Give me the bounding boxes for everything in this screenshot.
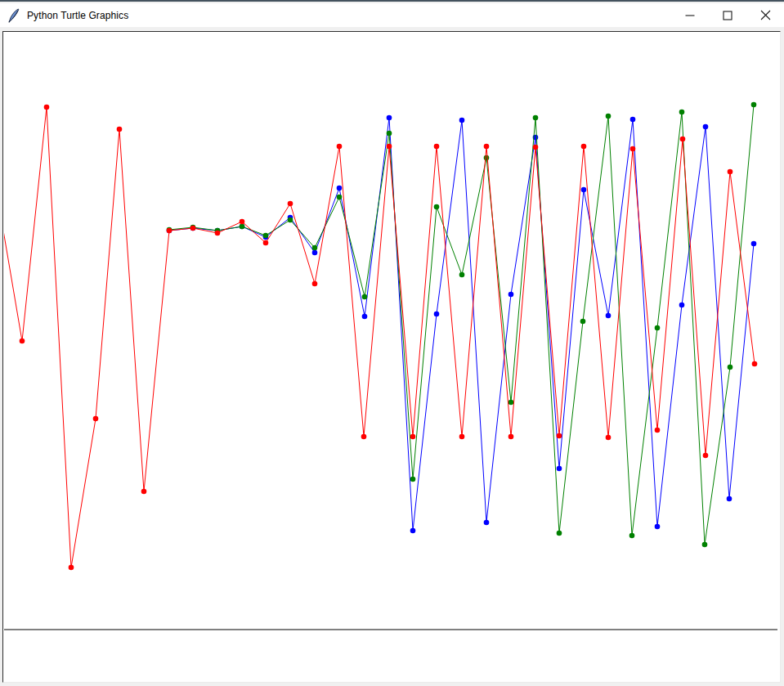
window-title: Python Turtle Graphics: [27, 10, 128, 21]
caption-buttons: [671, 3, 784, 27]
app-window: Python Turtle Graphics: [0, 0, 784, 686]
tk-feather-icon: [7, 8, 20, 23]
minimize-button[interactable]: [671, 3, 709, 27]
title-bar: Python Turtle Graphics: [0, 3, 784, 27]
turtle-canvas[interactable]: [2, 31, 781, 683]
maximize-button[interactable]: [709, 3, 746, 27]
close-icon: [760, 10, 771, 20]
minimize-icon: [685, 11, 695, 20]
close-button[interactable]: [746, 3, 784, 27]
maximize-icon: [723, 11, 732, 20]
